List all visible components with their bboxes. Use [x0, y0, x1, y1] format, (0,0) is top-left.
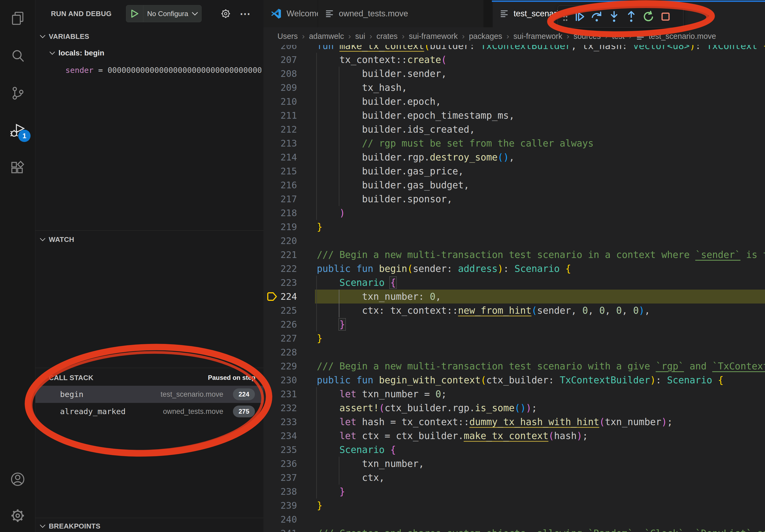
variables-scope-row[interactable]: locals: begin — [35, 46, 264, 60]
line-number: 240 — [264, 512, 297, 526]
breadcrumb-item[interactable]: test — [612, 32, 624, 41]
code-text: builder.gas_budget, — [317, 178, 469, 192]
explorer-icon[interactable] — [0, 3, 35, 34]
code-line-225[interactable]: 225 ctx: tx_context::new_from_hint(sende… — [264, 304, 765, 317]
breadcrumb-item[interactable]: crates — [376, 32, 397, 41]
code-line-231[interactable]: 231 let txn_number = 0; — [264, 387, 765, 401]
tab-label: Welcome — [287, 9, 321, 19]
code-line-229[interactable]: 229/// Begin a new multi-transaction tes… — [264, 359, 765, 373]
call-stack-section-header[interactable]: CALL STACK Paused on step — [35, 371, 264, 385]
code-line-215[interactable]: 215 builder.gas_price, — [264, 164, 765, 178]
line-number: 233 — [264, 415, 297, 429]
code-line-227[interactable]: 227} — [264, 331, 765, 345]
breadcrumb-file[interactable]: test_scenario.move — [636, 32, 716, 41]
code-line-213[interactable]: 213 // rgp must be set from the caller a… — [264, 136, 765, 150]
continue-icon — [574, 10, 586, 23]
breakpoints-section-header[interactable]: BREAKPOINTS — [35, 519, 264, 532]
line-number: 214 — [264, 150, 297, 164]
code-line-240[interactable]: 240 — [264, 512, 765, 526]
scope-label: locals: begin — [58, 49, 104, 57]
breadcrumb-item[interactable]: packages — [469, 32, 502, 41]
stack-frame-begin[interactable]: begintest_scenario.move224 — [35, 386, 264, 403]
launch-config-dropdown[interactable]: No Configura — [126, 5, 202, 22]
line-number: 235 — [264, 443, 297, 457]
line-number: 213 — [264, 136, 297, 150]
code-text: ctx, — [317, 471, 384, 485]
code-line-208[interactable]: 208 builder.sender, — [264, 67, 765, 81]
variables-section-header[interactable]: VARIABLES — [35, 30, 264, 43]
code-line-219[interactable]: 219} — [264, 220, 765, 234]
code-line-218[interactable]: 218 ) — [264, 206, 765, 220]
line-number: 227 — [264, 331, 297, 345]
code-editor[interactable]: 206fun make_tx_context(builder: TxContex… — [264, 39, 765, 532]
code-line-235[interactable]: 235 Scenario { — [264, 443, 765, 457]
source-control-icon[interactable] — [0, 78, 35, 108]
breadcrumb-item[interactable]: sui — [355, 32, 365, 41]
code-line-233[interactable]: 233 let hash = tx_context::dummy_tx_hash… — [264, 415, 765, 429]
code-line-220[interactable]: 220 — [264, 234, 765, 248]
code-line-239[interactable]: 239} — [264, 498, 765, 512]
run-and-debug-icon[interactable]: 1 — [0, 116, 35, 146]
code-line-224[interactable]: 224 txn_number: 0, — [264, 290, 765, 304]
restart-button[interactable] — [640, 7, 657, 26]
code-text: ) — [317, 206, 345, 220]
code-line-212[interactable]: 212 builder.ids_created, — [264, 123, 765, 136]
breadcrumb-item[interactable]: adamwelc — [309, 32, 344, 41]
code-line-234[interactable]: 234 let ctx = ctx_builder.make_tx_contex… — [264, 429, 765, 443]
search-icon[interactable] — [0, 41, 35, 71]
code-line-238[interactable]: 238 } — [264, 485, 765, 498]
code-line-217[interactable]: 217 builder.sponsor, — [264, 192, 765, 206]
tab-owned_tests.move[interactable]: owned_tests.move — [318, 0, 484, 27]
tab-Welcome[interactable]: Welcome — [264, 0, 318, 27]
watch-section-header[interactable]: WATCH — [35, 232, 264, 246]
step-over-button[interactable] — [588, 7, 605, 26]
variable-value: 0000000000000000000000000000000000… — [108, 66, 261, 75]
tab-label: owned_tests.move — [339, 9, 408, 19]
code-text: } — [317, 331, 323, 345]
line-number: 212 — [264, 123, 297, 136]
breadcrumb-item[interactable]: sui-framework — [513, 32, 562, 41]
code-line-221[interactable]: 221/// Begin a new multi-transaction tes… — [264, 248, 765, 262]
code-line-228[interactable]: 228 — [264, 345, 765, 359]
code-line-209[interactable]: 209 tx_hash, — [264, 81, 765, 95]
code-line-210[interactable]: 210 builder.epoch, — [264, 95, 765, 109]
code-line-230[interactable]: 230public fun begin_with_context(ctx_bui… — [264, 373, 765, 387]
start-debug-button[interactable] — [126, 5, 143, 22]
frame-file: owned_tests.move — [163, 403, 223, 420]
views-more-actions-icon[interactable]: ⋯ — [237, 0, 253, 27]
settings-gear-icon[interactable] — [0, 501, 35, 531]
breadcrumb-item[interactable]: Users — [278, 32, 298, 41]
continue-button[interactable] — [571, 7, 588, 26]
code-line-214[interactable]: 214 builder.rgp.destroy_some(), — [264, 150, 765, 164]
toolbar-drag-handle[interactable] — [562, 11, 568, 22]
code-line-223[interactable]: 223 Scenario { — [264, 276, 765, 290]
code-line-236[interactable]: 236 txn_number, — [264, 457, 765, 471]
move-file-icon — [500, 9, 509, 18]
code-line-237[interactable]: 237 ctx, — [264, 471, 765, 485]
code-line-222[interactable]: 222public fun begin(sender: address): Sc… — [264, 262, 765, 276]
code-text: let hash = tx_context::dummy_tx_hash_wit… — [317, 415, 673, 429]
code-line-232[interactable]: 232 assert!(ctx_builder.rgp.is_some()); — [264, 401, 765, 415]
line-number: 224 — [264, 290, 297, 304]
code-line-216[interactable]: 216 builder.gas_budget, — [264, 178, 765, 192]
step-into-icon — [608, 10, 620, 23]
extensions-icon[interactable] — [0, 153, 35, 183]
breadcrumb-item[interactable]: sui-framework — [409, 32, 457, 41]
line-number: 225 — [264, 304, 297, 317]
code-line-211[interactable]: 211 builder.epoch_timestamp_ms, — [264, 109, 765, 123]
variable-row[interactable]: sender = 0000000000000000000000000000000… — [65, 63, 261, 77]
gear-icon — [10, 508, 25, 523]
code-line-241[interactable]: 241/// Creates and shares system objects… — [264, 526, 765, 532]
code-line-226[interactable]: 226 } — [264, 317, 765, 331]
stack-frame-already_marked[interactable]: already_markedowned_tests.move275 — [35, 403, 264, 420]
breadcrumb-item[interactable]: sources — [574, 32, 601, 41]
code-line-207[interactable]: 207 tx_context::create( — [264, 53, 765, 67]
step-out-button[interactable] — [623, 7, 640, 26]
frame-line-badge: 275 — [233, 405, 255, 417]
account-icon[interactable] — [0, 464, 35, 494]
line-number: 210 — [264, 95, 297, 109]
debug-settings-gear-icon[interactable] — [218, 0, 234, 27]
step-into-button[interactable] — [605, 7, 623, 26]
stop-button[interactable] — [657, 7, 674, 26]
equals-sign: = — [94, 66, 108, 75]
